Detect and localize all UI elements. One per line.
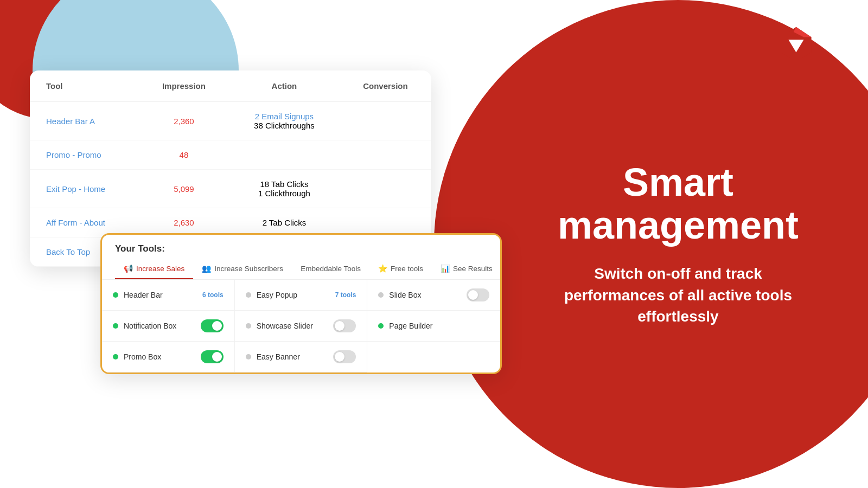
tab-free-tools[interactable]: ⭐ Free tools <box>369 259 432 279</box>
star-icon: ⭐ <box>378 264 387 273</box>
tool-cell-slide-box: Slide Box <box>367 280 500 311</box>
table-row: Promo - Promo 48 <box>30 140 431 170</box>
tab-increase-subscribers[interactable]: 👥 Increase Subscribers <box>193 259 292 279</box>
clickthroughs-text: 38 Clickthroughs <box>245 121 323 130</box>
status-dot-inactive <box>378 292 384 298</box>
users-icon: 👥 <box>202 264 211 273</box>
tab-embeddable-tools[interactable]: Embeddable Tools <box>292 259 369 279</box>
status-dot-inactive <box>246 292 251 298</box>
status-dot-active <box>113 323 118 329</box>
right-panel: Smart management Switch on-off and track… <box>488 0 868 488</box>
megaphone-icon: 📢 <box>124 264 133 273</box>
tool-name: Notification Box <box>124 322 176 330</box>
tab-clicks-text: 2 Tab Clicks <box>245 218 323 227</box>
tab-label: See Results <box>453 265 493 273</box>
status-dot-inactive <box>246 354 251 359</box>
tool-name: Promo Box <box>124 352 161 361</box>
heading-smart: Smart management <box>558 161 799 247</box>
col-conversion: Conversion <box>340 70 431 102</box>
tools-card-header: Your Tools: <box>102 235 500 254</box>
action-cell <box>229 140 340 170</box>
status-dot-inactive <box>246 323 251 329</box>
tab-label: Embeddable Tools <box>301 265 361 273</box>
tool-cell-showcase-slider: Showcase Slider <box>235 311 368 342</box>
tool-count-badge[interactable]: 7 tools <box>335 291 356 299</box>
col-action: Action <box>229 70 340 102</box>
conversion-cell <box>340 170 431 208</box>
tool-name: Easy Banner <box>257 352 300 361</box>
impression-value: 5,099 <box>139 170 229 208</box>
col-impression: Impression <box>139 70 229 102</box>
tools-grid: Header Bar 6 tools Easy Popup 7 tools Sl… <box>102 280 500 373</box>
tool-cell-promo-box: Promo Box <box>102 342 235 373</box>
tool-cell-easy-popup: Easy Popup 7 tools <box>235 280 368 311</box>
status-dot-active <box>113 292 118 298</box>
email-signups-link[interactable]: 2 Email Signups <box>255 112 314 121</box>
table-row: Header Bar A 2,360 2 Email Signups 38 Cl… <box>30 102 431 140</box>
main-layout: Smart management Switch on-off and track… <box>0 0 868 488</box>
col-tool: Tool <box>30 70 139 102</box>
tool-cell-header-bar: Header Bar 6 tools <box>102 280 235 311</box>
status-dot-active <box>113 354 118 359</box>
tool-count-badge[interactable]: 6 tools <box>202 291 224 299</box>
tool-link-header-bar-a[interactable]: Header Bar A <box>46 117 95 126</box>
action-cell: 18 Tab Clicks 1 Clickthrough <box>229 170 340 208</box>
tools-card: Your Tools: 📢 Increase Sales 👥 Increase … <box>100 233 502 374</box>
tab-increase-sales[interactable]: 📢 Increase Sales <box>115 259 193 279</box>
tool-link-promo[interactable]: Promo - Promo <box>46 150 101 159</box>
tool-cell-notification-box: Notification Box <box>102 311 235 342</box>
tool-link-aff-form[interactable]: Aff Form - About <box>46 218 105 227</box>
toggle-promo-box[interactable] <box>201 350 224 363</box>
tab-label: Free tools <box>391 265 423 273</box>
tool-name: Slide Box <box>389 291 421 299</box>
chart-icon: 📊 <box>441 264 450 273</box>
impression-value: 48 <box>139 140 229 170</box>
tools-tabs: 📢 Increase Sales 👥 Increase Subscribers … <box>102 259 500 280</box>
subtitle-text: Switch on-off and track performances of … <box>542 263 814 327</box>
tool-cell-easy-banner: Easy Banner <box>235 342 368 373</box>
tab-clicks-text: 18 Tab Clicks <box>245 179 323 189</box>
toggle-slide-box[interactable] <box>467 288 489 301</box>
tool-cell-page-builder: Page Builder <box>367 311 500 342</box>
tool-link-back-to-top[interactable]: Back To Top <box>46 247 90 256</box>
tab-label: Increase Subscribers <box>214 265 283 273</box>
tab-see-results[interactable]: 📊 See Results <box>432 259 501 279</box>
tool-name: Header Bar <box>124 291 163 299</box>
tab-label: Increase Sales <box>136 265 184 273</box>
tool-name: Showcase Slider <box>257 322 313 330</box>
impression-value: 2,360 <box>139 102 229 140</box>
table-row: Exit Pop - Home 5,099 18 Tab Clicks 1 Cl… <box>30 170 431 208</box>
logo <box>776 24 819 68</box>
tool-cell-empty <box>367 342 500 373</box>
tool-name: Page Builder <box>389 322 432 330</box>
toggle-showcase-slider[interactable] <box>333 319 356 332</box>
conversion-cell <box>340 140 431 170</box>
toggle-easy-banner[interactable] <box>333 350 356 363</box>
tool-name: Easy Popup <box>257 291 298 299</box>
action-cell: 2 Email Signups 38 Clickthroughs <box>229 102 340 140</box>
conversion-cell <box>340 102 431 140</box>
tool-link-exit-pop[interactable]: Exit Pop - Home <box>46 184 105 194</box>
clickthrough-text: 1 Clickthrough <box>245 189 323 198</box>
status-dot-active <box>378 323 384 329</box>
toggle-notification-box[interactable] <box>201 319 224 332</box>
